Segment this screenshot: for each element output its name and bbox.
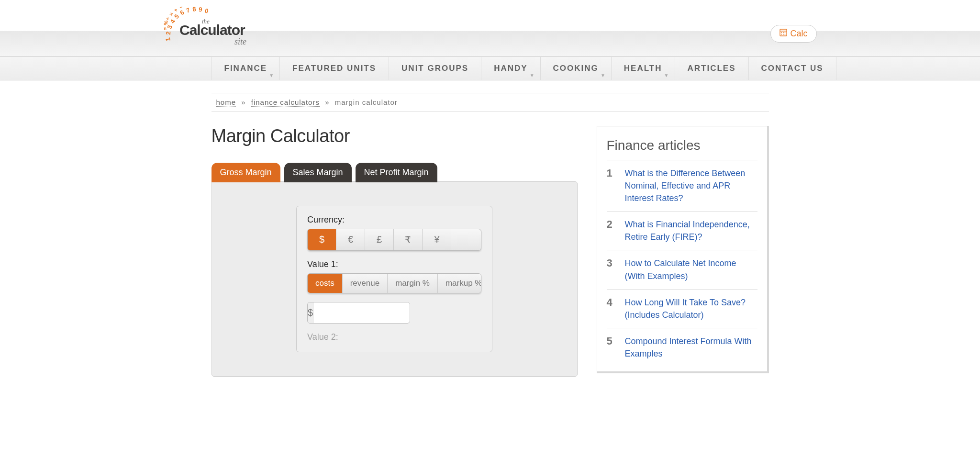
- article-link[interactable]: Compound Interest Formula With Examples: [625, 335, 757, 360]
- chevron-down-icon: ▼: [530, 73, 535, 78]
- value1-option-margin-[interactable]: margin %: [388, 274, 438, 293]
- finance-articles-box: Finance articles 1What is the Difference…: [597, 126, 769, 373]
- calculator-icon: [780, 29, 787, 39]
- nav-item-articles[interactable]: ARTICLES: [675, 57, 748, 80]
- svg-point-24: [781, 34, 782, 35]
- article-link[interactable]: How to Calculate Net Income (With Exampl…: [625, 257, 757, 282]
- tab-gross-margin[interactable]: Gross Margin: [212, 163, 280, 182]
- chevron-down-icon: ▼: [269, 73, 275, 78]
- nav-item-finance[interactable]: FINANCE▼: [212, 57, 280, 80]
- nav-item-cooking[interactable]: COOKING▼: [540, 57, 611, 80]
- article-link[interactable]: How Long Will It Take To Save? (Includes…: [625, 296, 757, 321]
- breadcrumb-home[interactable]: home: [216, 98, 236, 107]
- article-item: 4How Long Will It Take To Save? (Include…: [607, 289, 757, 328]
- nav-item-health[interactable]: HEALTH▼: [611, 57, 675, 80]
- tab-sales-margin[interactable]: Sales Margin: [284, 163, 352, 182]
- svg-text:0: 0: [204, 7, 209, 14]
- nav-item-handy[interactable]: HANDY▼: [481, 57, 540, 80]
- nav-item-contact-us[interactable]: CONTACT US: [748, 57, 836, 80]
- value1-option-markup-[interactable]: markup %: [438, 274, 481, 293]
- svg-point-25: [783, 34, 784, 35]
- sidebar-title: Finance articles: [607, 138, 757, 153]
- nav-item-featured-units[interactable]: FEATURED UNITS: [279, 57, 389, 80]
- svg-text:9: 9: [198, 6, 202, 13]
- currency-option-3[interactable]: ₹: [394, 229, 423, 250]
- article-item: 2What is Financial Independence, Retire …: [607, 211, 757, 250]
- value1-input[interactable]: [313, 302, 410, 323]
- article-number: 2: [607, 218, 616, 243]
- breadcrumb: home » finance calculators » margin calc…: [212, 93, 769, 112]
- value1-input-group: $: [307, 302, 410, 324]
- currency-option-4[interactable]: ¥: [423, 229, 451, 250]
- value1-toggle: costsrevenuemargin %markup %: [307, 273, 481, 293]
- page-title: Margin Calculator: [212, 126, 578, 146]
- calc-button-label: Calc: [790, 29, 807, 39]
- currency-option-1[interactable]: €: [336, 229, 365, 250]
- article-item: 5Compound Interest Formula With Examples: [607, 328, 757, 367]
- svg-text:1: 1: [164, 37, 171, 42]
- article-number: 4: [607, 296, 616, 321]
- svg-text:6: 6: [178, 9, 185, 16]
- svg-point-22: [783, 32, 784, 33]
- svg-text:2: 2: [165, 31, 172, 35]
- value2-label: Value 2:: [307, 332, 481, 342]
- tabs: Gross MarginSales MarginNet Profit Margi…: [212, 163, 578, 182]
- calculator-box: Currency: $€£₹¥ Value 1: costsrevenuemar…: [296, 206, 492, 352]
- article-item: 3How to Calculate Net Income (With Examp…: [607, 250, 757, 289]
- svg-text:Calculator: Calculator: [179, 22, 245, 38]
- svg-text:4: 4: [168, 18, 177, 24]
- article-list: 1What is the Difference Between Nominal,…: [607, 160, 757, 367]
- article-number: 3: [607, 257, 616, 282]
- svg-point-21: [781, 32, 782, 33]
- value1-label: Value 1:: [307, 259, 481, 269]
- chevron-down-icon: ▼: [664, 73, 670, 78]
- svg-point-26: [785, 34, 786, 35]
- currency-option-0[interactable]: $: [308, 229, 336, 250]
- site-logo[interactable]: = % ÷ × + − 1 2 3 4 5 6 7 8 9 0: [164, 2, 264, 52]
- chevron-down-icon: ▼: [601, 73, 606, 78]
- breadcrumb-sep: »: [241, 98, 245, 106]
- svg-text:7: 7: [185, 6, 190, 14]
- breadcrumb-finance-calculators[interactable]: finance calculators: [251, 98, 320, 107]
- top-bar: = % ÷ × + − 1 2 3 4 5 6 7 8 9 0: [0, 0, 980, 56]
- breadcrumb-current: margin calculator: [335, 98, 398, 106]
- currency-option-2[interactable]: £: [365, 229, 394, 250]
- nav-item-unit-groups[interactable]: UNIT GROUPS: [389, 57, 481, 80]
- article-item: 1What is the Difference Between Nominal,…: [607, 160, 757, 211]
- article-number: 1: [607, 167, 616, 204]
- svg-text:site: site: [234, 37, 246, 46]
- main-nav: FINANCE▼FEATURED UNITSUNIT GROUPSHANDY▼C…: [0, 56, 980, 80]
- svg-text:+: +: [172, 7, 178, 13]
- currency-toggle: $€£₹¥: [307, 229, 481, 251]
- currency-label: Currency:: [307, 215, 481, 225]
- value1-option-revenue[interactable]: revenue: [343, 274, 388, 293]
- value1-currency-prefix: $: [308, 302, 313, 323]
- value1-option-costs[interactable]: costs: [308, 274, 343, 293]
- article-link[interactable]: What is the Difference Between Nominal, …: [625, 167, 757, 204]
- article-number: 5: [607, 335, 616, 360]
- svg-text:8: 8: [192, 5, 196, 13]
- tab-net-profit-margin[interactable]: Net Profit Margin: [356, 163, 437, 182]
- breadcrumb-sep: »: [325, 98, 329, 106]
- calc-launch-button[interactable]: Calc: [770, 25, 816, 43]
- svg-text:5: 5: [173, 13, 180, 20]
- svg-point-23: [785, 32, 786, 33]
- article-link[interactable]: What is Financial Independence, Retire E…: [625, 218, 757, 243]
- calculator-panel: Currency: $€£₹¥ Value 1: costsrevenuemar…: [212, 181, 578, 377]
